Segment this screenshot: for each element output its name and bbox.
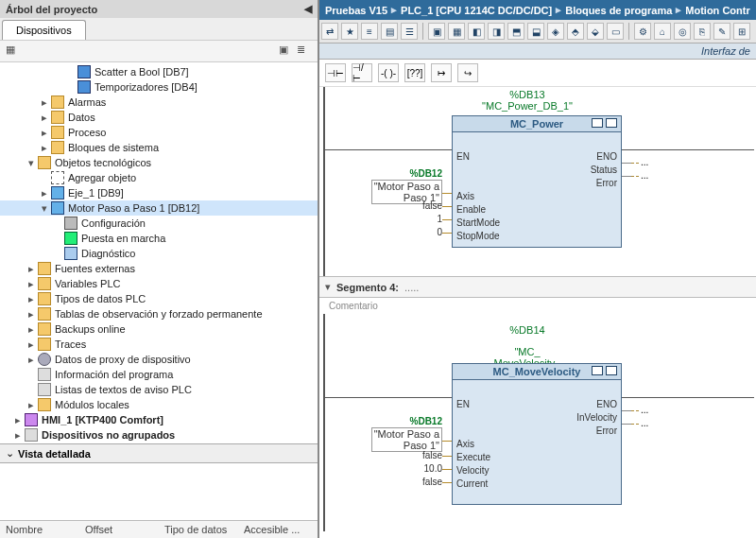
tree-twisty-icon[interactable]: ▸ bbox=[26, 399, 36, 411]
tab-devices[interactable]: Dispositivos bbox=[2, 20, 86, 40]
branch-close-icon[interactable]: ↪ bbox=[457, 63, 478, 82]
tree-item[interactable]: ▸Fuentes externas bbox=[0, 261, 318, 276]
collapse-icon[interactable]: ◀ bbox=[304, 3, 312, 14]
val-current[interactable]: false bbox=[395, 477, 442, 487]
tree-twisty-icon[interactable]: ▸ bbox=[26, 263, 36, 275]
tb-btn[interactable]: ◈ bbox=[547, 23, 564, 40]
tree-item[interactable]: ▸Scatter a Bool [DB7] bbox=[0, 64, 318, 79]
col-type[interactable]: Tipo de datos bbox=[159, 524, 238, 535]
box-icon[interactable]: [??] bbox=[404, 63, 425, 82]
tb-btn[interactable]: ◎ bbox=[674, 23, 691, 40]
tree-item[interactable]: ▸Información del programa bbox=[0, 367, 318, 382]
tb-btn[interactable]: ☰ bbox=[401, 23, 418, 40]
block-open-icon[interactable] bbox=[606, 366, 617, 375]
tb-btn[interactable]: ⚙ bbox=[634, 23, 651, 40]
val-start[interactable]: 1 bbox=[395, 214, 442, 224]
tb-btn[interactable]: ⬘ bbox=[567, 23, 584, 40]
contact-nc-icon[interactable]: ⊣/⊢ bbox=[352, 63, 372, 82]
crumb-blocks[interactable]: Bloques de programa bbox=[565, 5, 672, 16]
crumb-project[interactable]: Pruebas V15 bbox=[325, 5, 387, 16]
tb-btn[interactable]: ◧ bbox=[468, 23, 485, 40]
tree-item[interactable]: ▸Dispositivos no agrupados bbox=[0, 427, 318, 443]
tree-item[interactable]: ▸Alarmas bbox=[0, 95, 318, 110]
tree-twisty-icon[interactable]: ▸ bbox=[26, 323, 36, 336]
tb-btn[interactable]: ▭ bbox=[607, 23, 624, 40]
tree-item[interactable]: ▸HMI_1 [KTP400 Comfort] bbox=[0, 412, 318, 427]
tb-btn[interactable]: ✎ bbox=[713, 23, 730, 40]
block-open-icon[interactable] bbox=[606, 118, 617, 128]
tree-twisty-icon[interactable]: ▸ bbox=[40, 127, 49, 139]
tree-item[interactable]: ▸Temporizadores [DB4] bbox=[0, 79, 318, 95]
segment-collapse-icon[interactable]: ▾ bbox=[325, 281, 331, 293]
tb-btn[interactable]: ⎘ bbox=[694, 23, 711, 40]
axis-tag[interactable]: "Motor Paso a Paso 1" bbox=[338, 427, 442, 452]
tree-item[interactable]: ▸Traces bbox=[0, 337, 318, 352]
tree-twisty-icon[interactable]: ▸ bbox=[26, 278, 36, 290]
tree-item[interactable]: ▸Datos bbox=[0, 110, 318, 125]
tree-item[interactable]: ▸Datos de proxy de dispositivo bbox=[0, 352, 318, 367]
tree-twisty-icon[interactable]: ▸ bbox=[26, 338, 36, 351]
tree-twisty-icon[interactable]: ▾ bbox=[26, 157, 36, 169]
ladder-editor[interactable]: ⊣⊢ ⊣/⊢ -( )- [??] ↦ ↪ %DB13 "MC_Power_DB… bbox=[319, 60, 756, 538]
tree-item[interactable]: ▸Bloques de sistema bbox=[0, 140, 318, 155]
tb-btn[interactable]: ⬓ bbox=[527, 23, 544, 40]
tb-btn[interactable]: ≡ bbox=[361, 23, 378, 40]
val-stop[interactable]: 0 bbox=[395, 227, 442, 237]
tree-item[interactable]: ▸Backups online bbox=[0, 321, 318, 337]
tree-item[interactable]: ▸Listas de textos de aviso PLC bbox=[0, 382, 318, 397]
tb-btn[interactable]: ⬒ bbox=[507, 23, 524, 40]
tree-item[interactable]: ▾Objetos tecnológicos bbox=[0, 155, 318, 170]
branch-open-icon[interactable]: ↦ bbox=[431, 63, 452, 82]
network-view-icon[interactable]: ▦ bbox=[6, 43, 21, 59]
detail-view-header[interactable]: ⌄ Vista detallada bbox=[0, 443, 318, 463]
tb-btn[interactable]: ▦ bbox=[448, 23, 465, 40]
tree-item[interactable]: ▸Proceso bbox=[0, 125, 318, 140]
tree-item[interactable]: ▸Configuración bbox=[0, 216, 318, 231]
tree-twisty-icon[interactable]: ▸ bbox=[26, 308, 36, 321]
tree-item[interactable]: ▸Puesta en marcha bbox=[0, 231, 318, 246]
tree-item[interactable]: ▸Agregar objeto bbox=[0, 170, 318, 185]
tree-twisty-icon[interactable]: ▸ bbox=[26, 354, 36, 366]
tb-btn[interactable]: ⇄ bbox=[321, 23, 338, 40]
tree-twisty-icon[interactable]: ▸ bbox=[40, 142, 49, 154]
block-mc-movevelocity[interactable]: MC_MoveVelocity ENENO InVelocity Error A… bbox=[452, 363, 622, 505]
crumb-plc[interactable]: PLC_1 [CPU 1214C DC/DC/DC] bbox=[401, 5, 552, 16]
tb-btn[interactable]: ⌂ bbox=[654, 23, 671, 40]
tree-twisty-icon[interactable]: ▸ bbox=[13, 414, 23, 426]
tb-btn[interactable]: ▤ bbox=[381, 23, 398, 40]
tree-item[interactable]: ▸Tipos de datos PLC bbox=[0, 291, 318, 306]
tb-btn[interactable]: ★ bbox=[341, 23, 358, 40]
block-help-icon[interactable] bbox=[592, 366, 603, 375]
val-velocity[interactable]: 10.0 bbox=[395, 463, 442, 474]
tree-twisty-icon[interactable]: ▸ bbox=[40, 96, 49, 109]
val-enable[interactable]: false bbox=[395, 200, 442, 211]
col-name[interactable]: Nombre bbox=[0, 524, 79, 535]
segment-comment[interactable]: Comentario bbox=[319, 298, 756, 314]
contact-no-icon[interactable]: ⊣⊢ bbox=[325, 63, 346, 82]
tree-item[interactable]: ▸Módulos locales bbox=[0, 397, 318, 412]
tree-twisty-icon[interactable]: ▸ bbox=[40, 112, 49, 124]
tb-btn[interactable]: ⬙ bbox=[587, 23, 604, 40]
segment-header[interactable]: ▾ Segmento 4: ..... bbox=[319, 276, 756, 298]
grid-icon[interactable]: ▣ bbox=[279, 43, 294, 59]
tb-btn[interactable]: ⊞ bbox=[733, 23, 750, 40]
tree-item[interactable]: ▸Tablas de observación y forzado permane… bbox=[0, 306, 318, 321]
crumb-motion[interactable]: Motion Contr bbox=[685, 5, 749, 16]
tree-item[interactable]: ▸Variables PLC bbox=[0, 276, 318, 291]
tb-btn[interactable]: ▣ bbox=[428, 23, 445, 40]
tree-item[interactable]: ▸Eje_1 [DB9] bbox=[0, 185, 318, 200]
col-offset[interactable]: Offset bbox=[79, 524, 159, 535]
col-accessible[interactable]: Accesible ... bbox=[238, 524, 318, 535]
tree-item[interactable]: ▾Motor Paso a Paso 1 [DB12] bbox=[0, 200, 318, 216]
list-icon[interactable]: ≣ bbox=[297, 43, 312, 59]
coil-icon[interactable]: -( )- bbox=[378, 63, 399, 82]
block-mc-power[interactable]: MC_Power ENENO Status Error Axis Enable … bbox=[452, 115, 622, 248]
block-help-icon[interactable] bbox=[592, 118, 603, 128]
tree-twisty-icon[interactable]: ▸ bbox=[26, 293, 36, 305]
tree-twisty-icon[interactable]: ▾ bbox=[40, 202, 49, 215]
tb-btn[interactable]: ◨ bbox=[488, 23, 505, 40]
tree-item[interactable]: ▸Diagnóstico bbox=[0, 246, 318, 261]
val-execute[interactable]: false bbox=[395, 450, 442, 460]
tree-twisty-icon[interactable]: ▸ bbox=[13, 429, 23, 442]
project-tree[interactable]: ▸Scatter a Bool [DB7]▸Temporizadores [DB… bbox=[0, 62, 318, 443]
